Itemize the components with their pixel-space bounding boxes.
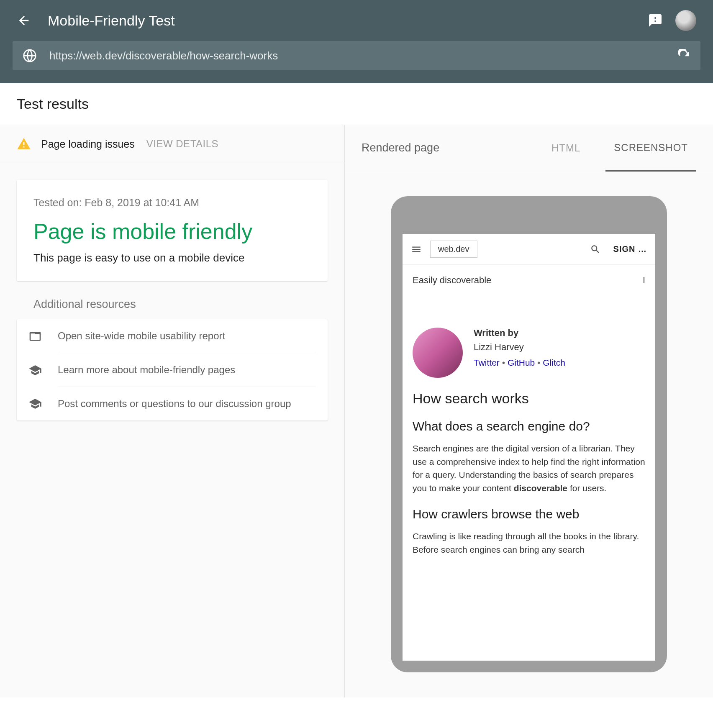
refresh-button[interactable] (677, 49, 690, 62)
tab-html[interactable]: HTML (543, 126, 589, 171)
written-by-label: Written by (474, 328, 565, 338)
sign-in-link[interactable]: SIGN … (613, 244, 647, 254)
twitter-link[interactable]: Twitter (474, 358, 500, 367)
resource-label: Open site-wide mobile usability report (58, 328, 316, 353)
resource-label: Post comments or questions to our discus… (58, 396, 316, 411)
result-card: Tested on: Feb 8, 2019 at 10:41 AM Page … (17, 180, 328, 281)
article-h2: What does a search engine do? (413, 419, 645, 433)
tab-screenshot[interactable]: SCREENSHOT (605, 125, 696, 172)
author-name: Lizzi Harvey (474, 342, 565, 353)
issues-bar: Page loading issues VIEW DETAILS (0, 125, 344, 163)
results-heading: Test results (0, 83, 713, 125)
web-icon (28, 330, 45, 343)
glitch-link[interactable]: Glitch (543, 358, 565, 367)
article-h2: How crawlers browse the web (413, 507, 645, 521)
author-avatar (413, 328, 463, 378)
feedback-icon (648, 13, 663, 28)
search-icon[interactable] (590, 244, 601, 255)
preview-header: Rendered page HTML SCREENSHOT (345, 125, 713, 171)
hamburger-icon[interactable] (411, 244, 422, 255)
globe-icon (23, 49, 37, 63)
issues-label: Page loading issues (41, 138, 135, 150)
app-header: Mobile-Friendly Test (0, 0, 713, 83)
breadcrumb-label: Easily discoverable (413, 275, 491, 286)
site-name-badge[interactable]: web.dev (430, 241, 477, 258)
school-icon (28, 397, 45, 410)
article-paragraph: Search engines are the digital version o… (413, 442, 645, 495)
result-title: Page is mobile friendly (33, 219, 311, 244)
resources-card: Open site-wide mobile usability report L… (17, 319, 328, 420)
feedback-button[interactable] (648, 13, 663, 28)
back-button[interactable] (17, 13, 31, 28)
resource-item-report[interactable]: Open site-wide mobile usability report (17, 319, 328, 353)
arrow-left-icon (17, 13, 31, 28)
mobile-screen: web.dev SIGN … Easily discoverable I (403, 234, 655, 661)
refresh-icon (677, 49, 690, 62)
url-input[interactable] (49, 49, 677, 62)
article-paragraph: Crawling is like reading through all the… (413, 530, 645, 556)
author-links: Twitter • GitHub • Glitch (474, 358, 565, 368)
breadcrumb-index: I (643, 275, 645, 286)
result-subtitle: This page is easy to use on a mobile dev… (33, 251, 311, 264)
warning-icon (17, 137, 31, 151)
resource-item-learn[interactable]: Learn more about mobile-friendly pages (17, 353, 328, 387)
rendered-page-label: Rendered page (362, 141, 543, 154)
tested-on-label: Tested on: Feb 8, 2019 at 10:41 AM (33, 197, 311, 209)
resource-item-discuss[interactable]: Post comments or questions to our discus… (17, 387, 328, 420)
phone-mockup: web.dev SIGN … Easily discoverable I (391, 196, 667, 672)
resources-heading: Additional resources (33, 298, 328, 311)
user-avatar[interactable] (675, 10, 696, 31)
article-title: How search works (413, 390, 645, 407)
view-details-button[interactable]: VIEW DETAILS (146, 138, 218, 150)
school-icon (28, 364, 45, 377)
resource-label: Learn more about mobile-friendly pages (58, 362, 316, 387)
app-title: Mobile-Friendly Test (48, 13, 648, 29)
url-bar (13, 41, 700, 70)
github-link[interactable]: GitHub (508, 358, 535, 367)
